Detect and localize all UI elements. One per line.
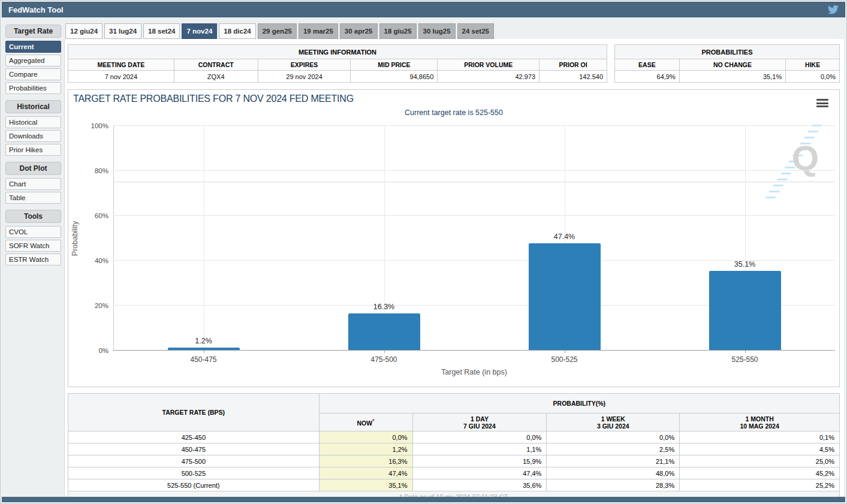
- table-row: 500-525 47,4% 47,4% 48,0% 45,2%: [68, 467, 840, 479]
- tab-meeting[interactable]: 18 set24: [143, 23, 180, 39]
- sidebar-item-table[interactable]: Table: [5, 192, 61, 204]
- y-tick-label: 0%: [82, 347, 108, 354]
- tab-meeting[interactable]: 24 set25: [457, 23, 494, 39]
- tab-meeting-selected[interactable]: 7 nov24: [182, 23, 217, 39]
- col-1week-line1: 1 WEEK: [551, 415, 674, 422]
- col-header-1-month: 1 MONTH 10 MAG 2024: [680, 414, 840, 431]
- meeting-tabs: 12 giu24 31 lug24 18 set24 7 nov24 18 di…: [65, 23, 494, 39]
- sidebar-item-historical[interactable]: Historical: [5, 116, 61, 128]
- fedwatch-page: FedWatch Tool 12 giu24 31 lug24 18 set24…: [0, 0, 847, 504]
- twitter-icon[interactable]: [828, 4, 839, 15]
- tab-meeting[interactable]: 18 dic24: [219, 23, 255, 39]
- bar-525-550[interactable]: [709, 271, 781, 350]
- y-axis-title: Probability: [71, 221, 79, 255]
- col-1day-line2: 7 GIU 2024: [418, 422, 542, 430]
- bar-value-label: 16.3%: [373, 303, 394, 311]
- col-1week-line2: 3 GIU 2024: [551, 422, 674, 430]
- rate-cell: 500-525: [68, 467, 319, 479]
- col-1month-line2: 10 MAG 2024: [685, 422, 834, 430]
- y-tick-label: 80%: [82, 167, 108, 174]
- probabilities-summary-table: PROBABILITIES EASE NO CHANGE HIKE 64,9% …: [614, 44, 840, 83]
- week-cell: 28,3%: [547, 479, 680, 491]
- col-header-hike: HIKE: [786, 59, 840, 71]
- month-cell: 25,0%: [680, 455, 840, 467]
- mid-price-value: 94,8650: [351, 71, 438, 83]
- probabilities-title: PROBABILITIES: [615, 45, 840, 59]
- table-row: 475-500 16,3% 15,9% 21,1% 25,0%: [68, 455, 840, 467]
- sidebar-section-target-rate: Target Rate Current Aggregated Compare P…: [5, 25, 61, 94]
- table-row: 525-550 (Current) 35,1% 35,6% 28,3% 25,2…: [68, 479, 840, 491]
- sidebar-item-probabilities[interactable]: Probabilities: [5, 82, 61, 94]
- bar-475-500[interactable]: [348, 313, 420, 350]
- app-title: FedWatch Tool: [8, 5, 64, 14]
- col-header-target-rate: TARGET RATE (BPS): [68, 394, 319, 431]
- day-cell: 1,1%: [412, 443, 547, 455]
- sidebar-item-compare[interactable]: Compare: [5, 68, 61, 80]
- x-axis-line: [113, 350, 835, 351]
- month-cell: 0,1%: [680, 431, 840, 443]
- col-header-1-week: 1 WEEK 3 GIU 2024: [547, 414, 680, 431]
- gridline: [113, 260, 835, 261]
- sidebar-item-downloads[interactable]: Downloads: [5, 130, 61, 142]
- bar-value-label: 35.1%: [734, 260, 755, 268]
- ease-value: 64,9%: [615, 71, 680, 83]
- rate-cell: 425-450: [68, 431, 319, 443]
- y-tick-label: 60%: [82, 212, 108, 219]
- sidebar-item-current[interactable]: Current: [5, 41, 61, 53]
- meeting-info-title: MEETING INFORMATION: [68, 45, 607, 59]
- expires-value: 29 nov 2024: [258, 71, 351, 83]
- sidebar: Target Rate Current Aggregated Compare P…: [5, 25, 61, 271]
- bar-500-525[interactable]: [529, 243, 601, 350]
- col-1month-line1: 1 MONTH: [685, 415, 834, 422]
- col-header-no-change: NO CHANGE: [679, 59, 785, 71]
- x-tick: [384, 351, 385, 353]
- chart-panel: TARGET RATE PROBABILITIES FOR 7 NOV 2024…: [68, 89, 840, 387]
- day-cell: 15,9%: [412, 455, 547, 467]
- no-change-value: 35,1%: [679, 71, 785, 83]
- bar-450-475[interactable]: [168, 348, 240, 351]
- y-tick-label: 40%: [82, 257, 108, 264]
- x-category-label: 450-475: [190, 355, 216, 364]
- col-header-now: NOW*: [319, 414, 412, 431]
- contract-value: ZQX4: [174, 71, 258, 83]
- tab-meeting[interactable]: 18 giu25: [379, 23, 417, 39]
- table-row: 450-475 1,2% 1,1% 2,5% 4,5%: [68, 443, 840, 455]
- y-tick-label: 100%: [82, 122, 108, 129]
- sidebar-item-estr-watch[interactable]: ESTR Watch: [5, 253, 61, 265]
- sidebar-section-historical: Historical Historical Downloads Prior Hi…: [5, 100, 61, 156]
- sidebar-item-prior-hikes[interactable]: Prior Hikes: [5, 144, 61, 156]
- tab-meeting[interactable]: 19 mar25: [299, 23, 338, 39]
- month-cell: 45,2%: [680, 467, 840, 479]
- bar-value-label: 1.2%: [195, 337, 212, 345]
- app-header: FedWatch Tool: [2, 2, 845, 17]
- sidebar-header-target-rate: Target Rate: [5, 25, 61, 38]
- chart-menu-icon[interactable]: [816, 99, 828, 109]
- rate-probability-table: TARGET RATE (BPS) PROBABILITY(%) NOW* 1 …: [68, 393, 840, 502]
- tab-meeting[interactable]: 30 lug25: [418, 23, 456, 39]
- x-category-label: 525-550: [731, 355, 758, 364]
- tab-meeting[interactable]: 31 lug24: [104, 23, 141, 39]
- minor-gridline: [113, 182, 835, 182]
- sidebar-header-dot-plot: Dot Plot: [5, 162, 61, 175]
- now-label: NOW: [357, 420, 372, 427]
- month-cell: 4,5%: [680, 443, 840, 455]
- rate-cell: 525-550 (Current): [68, 479, 319, 491]
- col-header-prior-oi: PRIOR OI: [539, 59, 607, 71]
- now-cell: 47,4%: [319, 467, 412, 479]
- sidebar-item-aggregated[interactable]: Aggregated: [5, 55, 61, 67]
- week-cell: 0,0%: [547, 431, 680, 443]
- bar-value-label: 47.4%: [554, 233, 575, 241]
- sidebar-item-chart[interactable]: Chart: [5, 178, 61, 190]
- tab-meeting[interactable]: 29 gen25: [258, 23, 297, 39]
- x-tick: [745, 351, 746, 353]
- x-tick: [565, 351, 565, 353]
- week-cell: 2,5%: [547, 443, 680, 455]
- sidebar-item-cvol[interactable]: CVOL: [5, 226, 61, 238]
- x-category-label: 500-525: [551, 355, 577, 364]
- table-row: 425-450 0,0% 0,0% 0,0% 0,1%: [68, 431, 840, 443]
- tab-meeting[interactable]: 12 giu24: [65, 23, 103, 39]
- tab-meeting[interactable]: 30 apr25: [340, 23, 378, 39]
- y-axis-line: [113, 126, 114, 351]
- sidebar-item-sofr-watch[interactable]: SOFR Watch: [5, 240, 61, 252]
- gridline: [204, 126, 204, 351]
